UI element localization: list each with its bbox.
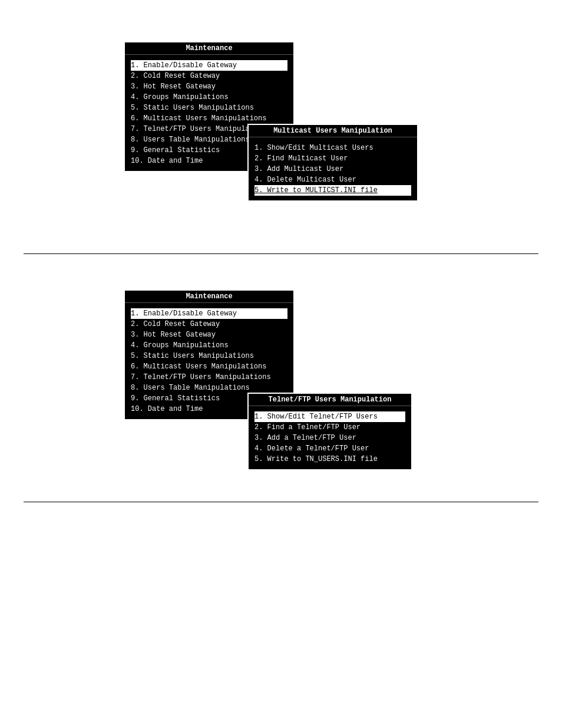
- multicast-item-2[interactable]: 2. Find Multicast User: [254, 153, 411, 164]
- telnet-menu[interactable]: Telnet/FTP Users Manipulation 1. Show/Ed…: [247, 393, 412, 470]
- section-1: Maintenance 1. Enable/Disable Gateway 2.…: [0, 12, 562, 248]
- maintenance-title-1: Maintenance: [125, 42, 293, 55]
- multicast-title: Multicast Users Manipulation: [249, 125, 417, 137]
- menu-item-2-2[interactable]: 2. Cold Reset Gateway: [131, 319, 287, 330]
- multicast-item-3[interactable]: 3. Add Multicast User: [254, 164, 411, 174]
- menu-item-2-5[interactable]: 5. Static Users Manipulations: [131, 351, 287, 361]
- maintenance-title-2: Maintenance: [125, 291, 293, 303]
- page-container: Maintenance 1. Enable/Disable Gateway 2.…: [0, 0, 562, 728]
- menu-item-1-4[interactable]: 4. Groups Manipulations: [131, 92, 287, 103]
- multicast-items: 1. Show/Edit Multicast Users 2. Find Mul…: [249, 140, 417, 200]
- menu-item-1-5[interactable]: 5. Static Users Manipulations: [131, 103, 287, 113]
- menu-area-1: Maintenance 1. Enable/Disable Gateway 2.…: [24, 35, 538, 224]
- section-divider-1: [24, 253, 538, 254]
- multicast-item-5[interactable]: 5. Write to MULTICST.INI file: [254, 185, 411, 196]
- menu-item-1-2[interactable]: 2. Cold Reset Gateway: [131, 71, 287, 81]
- menu-item-2-1[interactable]: 1. Enable/Disable Gateway: [131, 308, 287, 319]
- section-divider-2: [24, 502, 538, 502]
- menu-item-1-6[interactable]: 6. Multicast Users Manipulations: [131, 113, 287, 124]
- menu-item-2-3[interactable]: 3. Hot Reset Gateway: [131, 330, 287, 340]
- menu-item-1-1[interactable]: 1. Enable/Disable Gateway: [131, 60, 287, 71]
- menu-item-1-3[interactable]: 3. Hot Reset Gateway: [131, 81, 287, 92]
- telnet-title: Telnet/FTP Users Manipulation: [249, 394, 411, 406]
- menu-item-2-4[interactable]: 4. Groups Manipulations: [131, 340, 287, 351]
- menu-item-2-8[interactable]: 8. Users Table Manipulations: [131, 383, 287, 393]
- telnet-item-3[interactable]: 3. Add a Telnet/FTP User: [254, 433, 405, 443]
- multicast-item-4[interactable]: 4. Delete Multicast User: [254, 174, 411, 185]
- telnet-item-5[interactable]: 5. Write to TN_USERS.INI file: [254, 454, 405, 465]
- telnet-items: 1. Show/Edit Telnet/FTP Users 2. Find a …: [249, 409, 411, 469]
- menu-item-2-6[interactable]: 6. Multicast Users Manipulations: [131, 361, 287, 372]
- section-2: Maintenance 1. Enable/Disable Gateway 2.…: [0, 260, 562, 496]
- telnet-item-2[interactable]: 2. Find a Telnet/FTP User: [254, 422, 405, 433]
- multicast-menu[interactable]: Multicast Users Manipulation 1. Show/Edi…: [247, 124, 418, 202]
- multicast-item-1[interactable]: 1. Show/Edit Multicast Users: [254, 143, 411, 153]
- telnet-item-1[interactable]: 1. Show/Edit Telnet/FTP Users: [254, 411, 405, 422]
- menu-area-2: Maintenance 1. Enable/Disable Gateway 2.…: [24, 284, 538, 472]
- telnet-item-4[interactable]: 4. Delete a Telnet/FTP User: [254, 443, 405, 454]
- menu-item-2-7[interactable]: 7. Telnet/FTP Users Manipulations: [131, 372, 287, 383]
